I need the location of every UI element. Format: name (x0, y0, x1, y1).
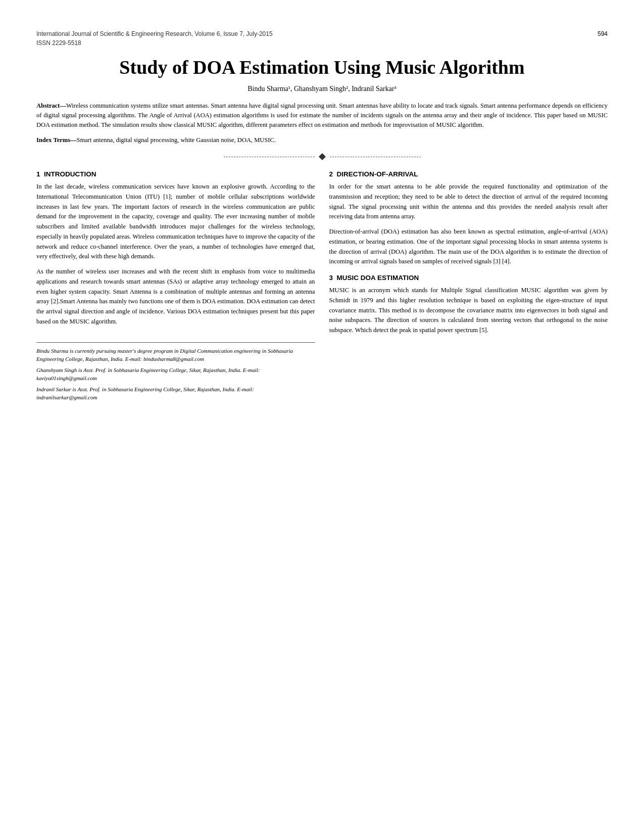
abstract-label: Abstract— (36, 102, 66, 109)
section-3-number: 3 (329, 274, 337, 282)
divider-line-right (330, 157, 421, 157)
abstract-section: Abstract—Wireless communication systems … (36, 101, 608, 130)
author-names: Bindu Sharma¹, Ghanshyam Singh², Indrani… (247, 85, 397, 92)
main-title: Study of DOA Estimation Using Music Algo… (36, 56, 608, 80)
section-2-body: In order for the smart antenna to be abl… (329, 182, 608, 267)
section-1-title: Introduction (44, 170, 96, 178)
section-2-para-2: Direction-of-arrival (DOA) estimation ha… (329, 227, 608, 267)
index-terms-text: Smart antenna, digital signal processing… (77, 136, 276, 144)
right-column: 2 Direction-of-Arrival In order for the … (329, 170, 608, 404)
section-divider (36, 154, 608, 159)
footnote-2: Ghanshyam Singh is Asst. Prof. in Sobhas… (36, 366, 315, 383)
section-1-body: In the last decade, wireless communicati… (36, 182, 315, 327)
page: 594 International Journal of Scientific … (0, 0, 644, 834)
journal-title: International Journal of Scientific & En… (36, 30, 608, 37)
divider-diamond (318, 153, 325, 160)
section-3-para-1: MUSIC is an acronym which stands for Mul… (329, 286, 608, 336)
section-1-heading: 1 Introduction (36, 170, 315, 178)
divider-line-left (224, 157, 315, 157)
authors: Bindu Sharma¹, Ghanshyam Singh², Indrani… (36, 85, 608, 93)
abstract-text: Wireless communication systems utilize s… (36, 102, 608, 129)
left-column: 1 Introduction In the last decade, wirel… (36, 170, 315, 404)
section-2-heading: 2 Direction-of-Arrival (329, 170, 608, 178)
section-2-title: Direction-of-Arrival (337, 170, 418, 178)
index-terms-section: Index Terms—Smart antenna, digital signa… (36, 135, 608, 145)
footnote-box: Bindu Sharma is currently pursuing maste… (36, 342, 315, 402)
page-number: 594 (598, 30, 608, 37)
title-section: Study of DOA Estimation Using Music Algo… (36, 56, 608, 80)
section-3-title: Music DOA Estimation (337, 274, 419, 282)
section-2-number: 2 (329, 170, 337, 178)
section-1-para-2: As the number of wireless user increases… (36, 267, 315, 327)
two-column-layout: 1 Introduction In the last decade, wirel… (36, 170, 608, 404)
section-1-number: 1 (36, 170, 44, 178)
footnote-3: Indranil Sarkar is Asst. Prof. in Sobhas… (36, 385, 315, 402)
issn: ISSN 2229-5518 (36, 39, 608, 47)
section-3-heading: 3 Music DOA Estimation (329, 274, 608, 282)
section-2-para-1: In order for the smart antenna to be abl… (329, 182, 608, 222)
section-1-para-1: In the last decade, wireless communicati… (36, 182, 315, 262)
footnote-1: Bindu Sharma is currently pursuing maste… (36, 347, 315, 363)
index-terms-label: Index Terms— (36, 136, 77, 144)
section-3-body: MUSIC is an acronym which stands for Mul… (329, 286, 608, 336)
